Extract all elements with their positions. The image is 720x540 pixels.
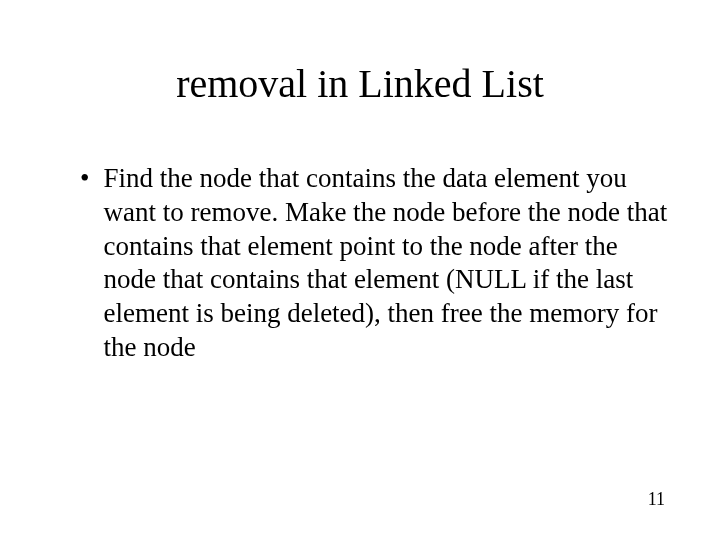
slide-container: removal in Linked List • Find the node t…: [0, 0, 720, 540]
bullet-text: Find the node that contains the data ele…: [103, 162, 670, 365]
bullet-marker: •: [80, 162, 89, 196]
slide-title: removal in Linked List: [50, 60, 670, 107]
page-number: 11: [648, 489, 665, 510]
bullet-item: • Find the node that contains the data e…: [80, 162, 670, 365]
slide-content: • Find the node that contains the data e…: [50, 162, 670, 365]
